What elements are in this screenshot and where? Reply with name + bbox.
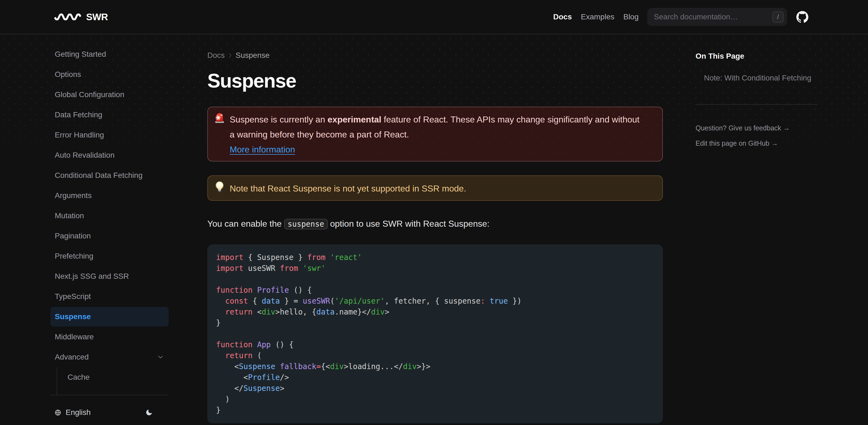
bold-experimental: experimental <box>328 115 381 124</box>
rotating-light-emoji-icon <box>214 112 225 157</box>
navbar: SWR DocsExamplesBlog Search documentatio… <box>0 0 868 34</box>
breadcrumb-current: Suspense <box>236 50 270 61</box>
sidebar: Getting StartedOptionsGlobal Configurati… <box>42 34 181 425</box>
sidebar-item-global-configuration[interactable]: Global Configuration <box>51 85 168 105</box>
nav-link-examples[interactable]: Examples <box>581 12 614 21</box>
intro-paragraph: You can enable the suspense option to us… <box>207 216 663 232</box>
sidebar-item-conditional-data-fetching[interactable]: Conditional Data Fetching <box>51 166 168 185</box>
swr-wave-icon <box>54 13 81 21</box>
nav-link-blog[interactable]: Blog <box>623 12 639 21</box>
language-label: English <box>66 408 91 417</box>
toc-links: Question? Give us feedback →Edit this pa… <box>695 122 817 149</box>
swr-docs-page: SWR DocsExamplesBlog Search documentatio… <box>0 0 868 425</box>
sidebar-item-prefetching[interactable]: Prefetching <box>51 246 168 266</box>
moon-icon <box>145 408 153 416</box>
sidebar-item-data-fetching[interactable]: Data Fetching <box>51 105 168 125</box>
more-information-link[interactable]: More information <box>230 145 295 154</box>
sidebar-item-arguments[interactable]: Arguments <box>51 186 168 205</box>
breadcrumb-docs[interactable]: Docs <box>207 50 225 61</box>
toc-heading: On This Page <box>695 51 817 62</box>
sidebar-item-advanced[interactable]: Advanced <box>51 347 168 367</box>
sidebar-item-next-js-ssg-and-ssr[interactable]: Next.js SSG and SSR <box>51 266 168 286</box>
language-selector[interactable]: English <box>51 403 95 422</box>
chevron-down-icon <box>157 353 164 361</box>
sidebar-item-mutation[interactable]: Mutation <box>51 206 168 226</box>
toc-items: Note: With Conditional Fetching <box>695 73 817 83</box>
code-content: import { Suspense } from 'react'import u… <box>207 252 663 416</box>
sidebar-item-typescript[interactable]: TypeScript <box>51 287 168 306</box>
sidebar-item-auto-revalidation[interactable]: Auto Revalidation <box>51 145 168 165</box>
sidebar-footer: English <box>42 395 177 425</box>
navbar-links: DocsExamplesBlog <box>553 12 639 21</box>
table-of-contents: On This Page Note: With Conditional Fetc… <box>687 34 826 425</box>
page-title: Suspense <box>207 68 663 93</box>
sidebar-item-cache[interactable]: Cache <box>57 367 168 387</box>
swr-logo[interactable]: SWR <box>54 11 108 22</box>
code-block[interactable]: import { Suspense } from 'react'import u… <box>207 245 663 423</box>
sidebar-item-suspense[interactable]: Suspense <box>51 307 168 327</box>
github-icon <box>796 11 808 23</box>
github-link[interactable] <box>796 11 808 23</box>
logo-text: SWR <box>86 11 108 22</box>
globe-icon <box>55 409 61 416</box>
sidebar-item-pagination[interactable]: Pagination <box>51 226 168 246</box>
sidebar-items: Getting StartedOptionsGlobal Configurati… <box>51 45 168 395</box>
light-bulb-emoji-icon <box>214 181 225 196</box>
feedback-link[interactable]: Question? Give us feedback → <box>695 122 817 133</box>
main-content: Docs Suspense Suspense <box>181 34 687 425</box>
nav-link-docs[interactable]: Docs <box>553 12 572 21</box>
sidebar-item-options[interactable]: Options <box>51 65 168 84</box>
toc-divider <box>695 104 817 105</box>
sidebar-item-getting-started[interactable]: Getting Started <box>51 45 168 64</box>
error-callout: Suspense is currently an experimental fe… <box>207 107 663 162</box>
sidebar-item-middleware[interactable]: Middleware <box>51 327 168 347</box>
sidebar-item-error-handling[interactable]: Error Handling <box>51 125 168 145</box>
search-shortcut-kbd: / <box>772 11 783 23</box>
toc-item[interactable]: Note: With Conditional Fetching <box>695 73 817 83</box>
chevron-right-icon <box>226 52 234 59</box>
search-placeholder: Search documentation… <box>654 12 772 21</box>
warning-callout: Note that React Suspense is not yet supp… <box>207 175 663 201</box>
suspense-inline-code: suspense <box>284 219 328 229</box>
search-input[interactable]: Search documentation… / <box>647 8 787 26</box>
edit-page-link[interactable]: Edit this page on GitHub → <box>695 138 817 149</box>
breadcrumb: Docs Suspense <box>207 50 663 61</box>
theme-toggle[interactable] <box>142 403 156 422</box>
